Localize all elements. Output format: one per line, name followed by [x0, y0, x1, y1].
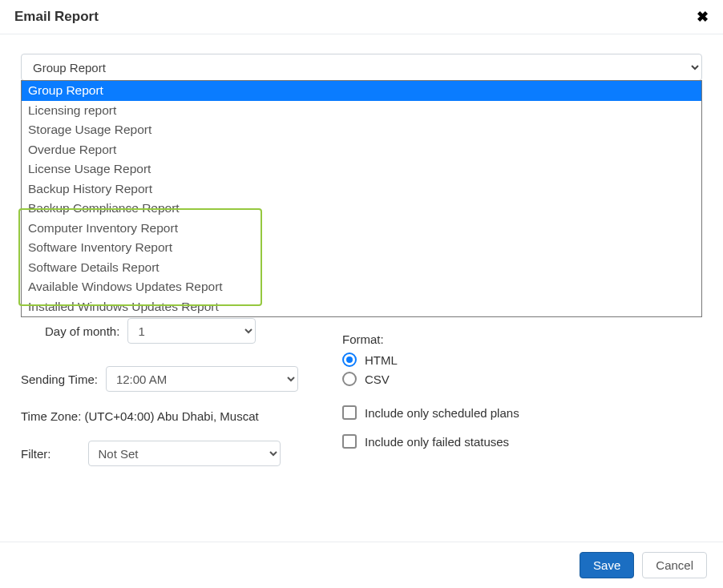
filter-select[interactable]: Not Set — [88, 441, 281, 466]
dialog-header: Email Report ✖ — [0, 0, 723, 34]
dropdown-option[interactable]: Computer Inventory Report — [22, 219, 701, 239]
include-scheduled-label: Include only scheduled plans — [365, 406, 519, 420]
cancel-button[interactable]: Cancel — [642, 552, 707, 578]
include-scheduled-checkbox[interactable] — [342, 405, 357, 420]
format-label: Format: — [342, 332, 702, 346]
include-failed-label: Include only failed statuses — [365, 435, 509, 449]
dropdown-option[interactable]: Overdue Report — [22, 140, 701, 160]
dropdown-option[interactable]: License Usage Report — [22, 159, 701, 179]
dropdown-option[interactable]: Installed Windows Updates Report — [22, 297, 701, 317]
close-icon[interactable]: ✖ — [697, 8, 709, 26]
dropdown-option[interactable]: Storage Usage Report — [22, 120, 701, 140]
day-of-month-label: Day of month: — [45, 324, 119, 338]
include-failed-checkbox[interactable] — [342, 434, 357, 449]
dropdown-option[interactable]: Available Windows Updates Report — [22, 277, 701, 297]
dropdown-option[interactable]: Software Inventory Report — [22, 238, 701, 258]
time-zone-text: Time Zone: (UTC+04:00) Abu Dhabi, Muscat — [21, 409, 259, 423]
report-type-select[interactable]: Group Report — [21, 54, 702, 81]
dropdown-option[interactable]: Group Report — [22, 81, 701, 101]
dropdown-option[interactable]: Licensing report — [22, 101, 701, 121]
dropdown-option[interactable]: Backup History Report — [22, 179, 701, 199]
day-of-month-select[interactable]: 1 — [127, 318, 256, 344]
format-csv-radio[interactable] — [342, 372, 357, 386]
dialog-title: Email Report — [14, 9, 99, 25]
dropdown-option[interactable]: Software Details Report — [22, 258, 701, 278]
format-html-label: HTML — [365, 353, 398, 367]
format-html-radio[interactable] — [342, 352, 357, 367]
sending-time-select[interactable]: 12:00 AM — [106, 366, 298, 392]
report-type-dropdown: Group Report Licensing report Storage Us… — [21, 80, 702, 317]
filter-label: Filter: — [21, 447, 51, 461]
save-button[interactable]: Save — [580, 552, 634, 578]
dialog-footer: Save Cancel — [0, 542, 723, 588]
dropdown-option[interactable]: Backup Compliance Report — [22, 199, 701, 219]
sending-time-label: Sending Time: — [21, 373, 98, 386]
format-csv-label: CSV — [365, 373, 390, 386]
